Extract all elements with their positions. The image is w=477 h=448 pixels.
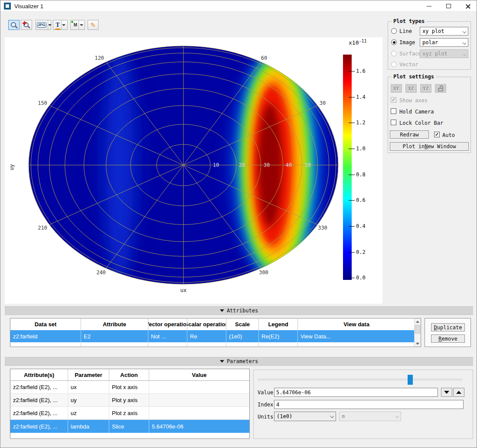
surface-label: Surface [399, 51, 421, 57]
lock-color-bar-checkbox[interactable] [391, 120, 396, 125]
action-cell[interactable]: Plot x axis [109, 381, 149, 393]
surface-combo-value: xyz plot [422, 51, 448, 57]
column-header[interactable]: Legend [259, 318, 298, 330]
window-title: Visualizer 1 [14, 3, 43, 10]
value-decrement-button[interactable] [441, 388, 452, 397]
redraw-button[interactable]: Redraw [390, 130, 429, 139]
attributes-row-es[interactable]: z2:farfield Es Not ... Re (1e0) Re(Es) V… [10, 342, 415, 347]
surface-radio [391, 51, 397, 56]
action-cell[interactable]: Plot z axis [109, 407, 149, 419]
value-increment-button[interactable] [453, 388, 464, 397]
value-input[interactable] [274, 388, 438, 397]
auto-redraw-checkbox[interactable]: ✓ [434, 132, 440, 137]
lock-color-bar-label: Lock Color Bar [399, 120, 443, 126]
column-header[interactable]: View data [298, 318, 415, 330]
column-header[interactable]: Attribute [81, 318, 148, 330]
hold-camera-checkbox[interactable] [391, 108, 396, 114]
attributes-section-header[interactable]: Attributes [5, 306, 473, 315]
column-header[interactable]: Scalar operation [187, 318, 226, 330]
angle-tick: 240 [96, 269, 106, 276]
line-label: Line [399, 28, 412, 34]
marker-dropdown-arrow[interactable] [78, 20, 84, 29]
export-image-button[interactable]: JPG [36, 20, 51, 30]
slice-slider-handle[interactable] [408, 375, 413, 385]
parameter-row-ux[interactable]: z2:farfield (E2), ... ux Plot x axis [10, 381, 249, 394]
plot-canvas[interactable]: 10 20 30 40 50 30 60 120 150 210 240 300… [5, 37, 382, 304]
view-xz-button: XZ [405, 84, 417, 93]
value-cell[interactable]: 5.64706e-06 [149, 420, 249, 433]
close-button[interactable] [461, 0, 475, 12]
plot-in-new-window-button[interactable]: Plot in New Window [390, 142, 469, 151]
text-annotation-button[interactable]: T [53, 20, 68, 30]
colorbar-tick-label: 0.2 [356, 249, 374, 255]
column-header[interactable]: Data set [10, 318, 81, 330]
radial-tick: 50 [305, 162, 311, 168]
pan-zoom-reset-button[interactable] [21, 20, 32, 30]
vector-op-cell[interactable]: Not ... [148, 330, 187, 342]
scroll-down-icon[interactable] [415, 341, 421, 347]
attribute-cell: Es [81, 342, 148, 347]
column-header[interactable]: Action [109, 369, 149, 380]
text-dropdown-arrow[interactable] [61, 20, 66, 29]
parameter-row-lambda[interactable]: z2:farfield (E2), ... lambda Slice 5.647… [10, 420, 249, 433]
scalar-op-cell[interactable]: Re [187, 342, 226, 347]
marker-tool-button[interactable]: M [70, 20, 85, 30]
scroll-up-icon[interactable] [415, 318, 421, 325]
line-radio[interactable] [391, 28, 397, 34]
value-cell[interactable] [149, 407, 249, 419]
view-xy-button: XY [391, 84, 402, 93]
scale-cell[interactable]: (1e0) [226, 342, 259, 347]
parameters-section-header[interactable]: Parameters [5, 357, 473, 366]
view-data-cell[interactable]: View Data... [298, 330, 415, 342]
scalar-op-cell[interactable]: Re [187, 330, 226, 342]
column-header[interactable]: Vector operation [148, 318, 187, 330]
marker-tool-icon: M [73, 23, 77, 27]
remove-button[interactable]: Remove [431, 334, 465, 343]
view-yz-button: YZ [420, 84, 431, 93]
vector-op-cell[interactable]: Not ... [148, 342, 187, 347]
polar-image-plot[interactable]: 10 20 30 40 50 30 60 120 150 210 240 300… [5, 37, 382, 304]
column-header[interactable]: Parameter [68, 369, 109, 380]
attributes-cell: z2:farfield (E2), ... [10, 381, 68, 393]
slice-control-panel: Value Index Units (1e0) m [253, 370, 473, 439]
maximize-icon [446, 4, 451, 8]
line-plot-type-combo[interactable]: xy plot [420, 27, 468, 36]
slice-slider-track[interactable] [258, 379, 462, 380]
image-plot-type-combo[interactable]: polar [420, 38, 468, 47]
parameter-row-uz[interactable]: z2:farfield (E2), ... uz Plot z axis [10, 407, 249, 420]
scrollbar-thumb[interactable] [415, 325, 420, 334]
export-dropdown-arrow[interactable] [48, 20, 52, 29]
attributes-row-e2[interactable]: z2:farfield E2 Not ... Re (1e0) Re(E2) V… [10, 330, 415, 342]
show-axes-label: Show axes [399, 97, 428, 104]
scale-cell[interactable]: (1e0) [226, 330, 259, 342]
value-cell[interactable] [149, 381, 249, 393]
parameter-row-uy[interactable]: z2:farfield (E2), ... uy Plot y axis [10, 394, 249, 407]
units-scale-combo[interactable]: (1e0) [274, 412, 336, 421]
view-data-cell[interactable]: View Data... [298, 342, 415, 347]
value-cell[interactable] [149, 394, 249, 406]
angle-tick: 120 [95, 55, 104, 61]
index-input[interactable] [274, 400, 464, 409]
auto-redraw-label: Auto [442, 132, 455, 138]
column-header[interactable]: Attribute(s) [10, 369, 68, 380]
action-cell[interactable]: Slice [109, 420, 149, 433]
parameters-section-label: Parameters [227, 358, 258, 364]
zoom-tool-button[interactable] [8, 20, 20, 30]
attributes-table: Data set Attribute Vector operation Scal… [10, 318, 421, 347]
edit-tool-button[interactable]: ✎ [88, 20, 98, 30]
image-combo-value: polar [422, 39, 438, 45]
open-padlock-icon [438, 86, 443, 91]
action-cell[interactable]: Plot y axis [109, 394, 149, 406]
maximize-button[interactable] [441, 0, 456, 12]
column-header[interactable]: Value [149, 369, 249, 380]
pencil-icon: ✎ [90, 22, 96, 28]
image-radio[interactable] [391, 39, 397, 45]
minimize-button[interactable] [421, 0, 436, 12]
attributes-scrollbar[interactable] [414, 318, 421, 347]
arrow-up-icon [456, 391, 461, 394]
colorbar-tick-label: 1.2 [356, 120, 374, 126]
column-header[interactable]: Scale [226, 318, 259, 330]
plot-settings-title: Plot settings [392, 74, 436, 80]
duplicate-button[interactable]: Duplicate [431, 323, 465, 331]
colorbar-tick-label: 0.4 [356, 223, 374, 229]
